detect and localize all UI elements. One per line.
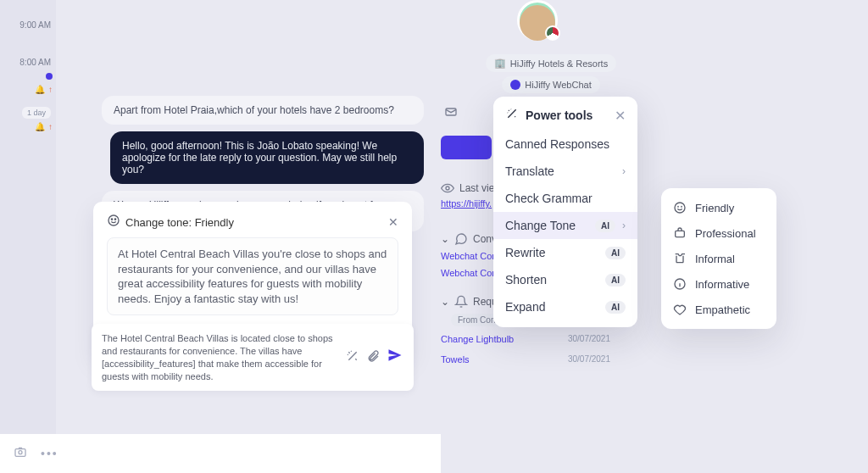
more-icon[interactable]: ••• (41, 447, 58, 460)
power-item-expand[interactable]: ExpandAI (493, 293, 637, 320)
mail-icon[interactable] (444, 105, 458, 122)
chat-icon (510, 80, 520, 90)
tone-option-empathetic[interactable]: Empathetic (661, 297, 776, 322)
ai-badge: AI (605, 301, 626, 314)
chevron-right-icon: › (622, 220, 626, 231)
send-icon[interactable] (387, 347, 403, 368)
country-flag-icon (545, 25, 560, 41)
timestamp: 9:00 AM (19, 20, 51, 30)
channel-chip: HiJiffy WebChat (502, 76, 599, 93)
ai-badge: AI (605, 247, 626, 259)
svg-point-4 (19, 451, 22, 454)
svg-rect-10 (676, 231, 685, 236)
ai-badge: AI (605, 274, 626, 287)
power-item-canned[interactable]: Canned Responses (493, 131, 637, 158)
arrow-up-icon: ↑ (48, 85, 53, 94)
tone-option-informative[interactable]: Informative (661, 271, 776, 297)
ai-badge: AI (595, 220, 615, 232)
tone-option-friendly[interactable]: Friendly (661, 195, 776, 220)
request-row[interactable]: Change Lightbulb30/07/2021 (441, 334, 610, 344)
priority-icons: 🔔 ↑ (35, 122, 53, 131)
svg-point-7 (675, 203, 685, 213)
svg-point-9 (682, 206, 682, 207)
chevron-right-icon: › (622, 165, 626, 177)
left-rail: 9:00 AM 8:00 AM 🔔 ↑ 1 day 🔔 ↑ (0, 0, 56, 473)
svg-point-1 (111, 219, 112, 220)
arrow-up-icon: ↑ (48, 122, 53, 131)
unread-dot-icon (46, 73, 53, 80)
power-item-rewrite[interactable]: RewriteAI (493, 239, 637, 266)
magic-wand-icon[interactable] (346, 349, 359, 366)
power-item-shorten[interactable]: ShortenAI (493, 266, 637, 293)
magic-wand-icon (505, 107, 519, 124)
camera-icon[interactable] (14, 445, 27, 462)
request-row[interactable]: Towels30/07/2021 (441, 354, 610, 364)
smile-icon (107, 214, 120, 231)
compose-bar: The Hotel Central Beach Villas is locate… (92, 324, 414, 391)
hotel-chip: 🏢HiJiffy Hotels & Resorts (486, 54, 616, 72)
svg-rect-3 (15, 449, 25, 457)
tone-option-informal[interactable]: Informal (661, 246, 776, 271)
age-pill: 1 day (22, 107, 51, 119)
svg-point-8 (678, 206, 679, 207)
tone-preview-text: At Hotel Central Beach Villas you're clo… (107, 237, 398, 315)
compose-input[interactable]: The Hotel Central Beach Villas is locate… (102, 332, 339, 382)
priority-icons: 🔔 ↑ (35, 85, 53, 94)
power-item-translate[interactable]: Translate› (493, 158, 637, 185)
svg-point-2 (114, 219, 115, 220)
power-tools-popover: Power tools ✕ Canned Responses Translate… (493, 97, 637, 327)
bell-icon: 🔔 (35, 85, 45, 94)
chevron-down-icon: ⌄ (441, 296, 449, 308)
action-button[interactable] (441, 136, 492, 159)
power-item-grammar[interactable]: Check Grammar (493, 185, 637, 212)
power-item-change-tone[interactable]: Change ToneAI› (493, 212, 637, 239)
building-icon: 🏢 (494, 58, 506, 69)
bell-icon: 🔔 (35, 122, 45, 131)
last-viewed-link[interactable]: https://hijiffy. (441, 198, 492, 209)
close-icon[interactable]: ✕ (388, 215, 398, 229)
tone-option-professional[interactable]: Professional (661, 220, 776, 246)
svg-point-0 (108, 215, 119, 225)
close-icon[interactable]: ✕ (615, 108, 626, 124)
svg-point-6 (446, 186, 449, 190)
agent-message: Hello, good afternoon! This is João Loba… (110, 131, 424, 184)
timestamp: 8:00 AM (19, 58, 51, 67)
attachment-icon[interactable] (366, 349, 380, 366)
guest-message: Apart from Hotel Praia,which of your hot… (102, 96, 424, 125)
chevron-down-icon: ⌄ (441, 233, 449, 245)
power-tools-title: Power tools (526, 109, 593, 122)
tone-submenu: Friendly Professional Informal Informati… (661, 188, 776, 329)
bottom-bar: ••• (0, 434, 441, 473)
tone-card-title: Change tone: Friendly (125, 216, 234, 229)
